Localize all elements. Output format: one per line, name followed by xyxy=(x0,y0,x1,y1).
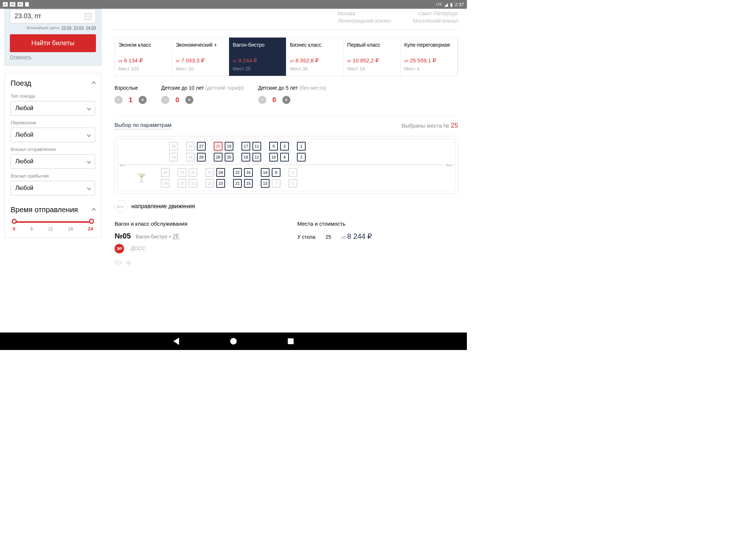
seat[interactable]: 4 xyxy=(280,153,289,162)
seat[interactable]: 1 xyxy=(297,142,306,151)
class-price: от 25 559,1 ₽ xyxy=(404,57,454,64)
slider-handle-min[interactable] xyxy=(12,219,17,224)
seat: 30 xyxy=(205,168,214,177)
passenger-selectors: Взрослые − 1 + Детские до 10 лет (детски… xyxy=(115,85,458,111)
seat[interactable]: 22 xyxy=(233,168,242,177)
seat[interactable]: 3 xyxy=(280,142,289,151)
seat[interactable]: 8 xyxy=(272,168,280,177)
seat[interactable]: 19 xyxy=(225,142,233,151)
seat[interactable]: 27 xyxy=(197,142,206,151)
adults-plus-button[interactable]: + xyxy=(139,96,147,104)
seat-gap xyxy=(236,153,239,162)
seat[interactable]: 17 xyxy=(241,142,250,151)
seat-map-upper: 35332725191711931363428262018121042 xyxy=(117,139,456,165)
seat-position: У стола xyxy=(297,234,315,240)
infants-plus-button[interactable]: + xyxy=(282,96,290,104)
carrier-dropdown[interactable]: Любой xyxy=(11,128,95,142)
seat[interactable]: 21 xyxy=(233,179,242,188)
seat-gap xyxy=(208,142,212,151)
cancel-link[interactable]: Отменить xyxy=(10,54,31,60)
chevron-down-icon xyxy=(87,159,91,163)
seat[interactable]: 25 xyxy=(214,142,222,151)
slider-handle-max[interactable] xyxy=(89,219,94,224)
class-name: Вагон-бистро xyxy=(233,42,282,54)
seat: 40 xyxy=(161,168,170,177)
seats-info-title: Места и стоимость xyxy=(297,221,458,227)
meal-icon: 🍽 xyxy=(115,258,122,267)
class-tab[interactable]: Первый класс от 10 852,2 ₽ Мест 14 xyxy=(344,38,401,76)
filter-label: Перевозчик xyxy=(11,120,95,125)
app-icon: AI xyxy=(10,2,15,7)
seat[interactable]: 13 xyxy=(261,179,270,188)
seat-gap xyxy=(227,179,231,188)
class-tab[interactable]: Эконом класс от 6 134 ₽ Мест 102 xyxy=(115,38,172,76)
seat[interactable]: 9 xyxy=(269,142,278,151)
er-badge: ЭР xyxy=(115,244,124,253)
seat: 7 xyxy=(272,179,280,188)
seat[interactable]: 15 xyxy=(244,179,253,188)
children-plus-button[interactable]: + xyxy=(185,96,193,104)
nav-recent-button[interactable] xyxy=(288,338,294,344)
seat-gap xyxy=(255,168,259,177)
date-link[interactable]: 23.03 xyxy=(74,26,84,30)
search-button[interactable]: Найти билеты xyxy=(10,34,96,52)
from-city: Москва xyxy=(338,10,391,18)
seat[interactable]: 14 xyxy=(261,168,270,177)
seat[interactable]: 2 xyxy=(297,153,306,162)
route-header: Москва Ленинградский вокзал Санкт-Петерб… xyxy=(115,9,458,30)
seat-gap xyxy=(180,153,184,162)
seat[interactable]: 26 xyxy=(214,153,222,162)
params-link[interactable]: Выбор по параметрам xyxy=(115,122,171,129)
filter-train-header[interactable]: Поезд xyxy=(11,79,95,88)
nav-home-button[interactable] xyxy=(230,338,237,345)
car-code[interactable]: 2Е xyxy=(173,233,180,240)
seat[interactable]: 23 xyxy=(216,179,225,188)
seat-map: 35332725191711931363428262018121042 ▶▸▸ … xyxy=(115,136,458,194)
seat[interactable]: 18 xyxy=(241,153,250,162)
seat: 38 xyxy=(178,168,186,177)
nav-back-button[interactable] xyxy=(173,338,179,345)
adults-count: 1 xyxy=(128,96,133,104)
nearby-dates: Ближайшие даты: 22.03, 23.03, 24.03 xyxy=(10,26,96,30)
date-link[interactable]: 22.03 xyxy=(61,26,71,30)
lte-indicator: LTE xyxy=(436,3,442,6)
class-tab[interactable]: Бизнес класс от 8 352,8 ₽ Мест 36 xyxy=(286,38,344,76)
arr-station-dropdown[interactable]: Любой xyxy=(11,181,95,195)
class-tab[interactable]: Экономический + от 7 033,3 ₽ Мест 20 xyxy=(172,38,229,76)
seat[interactable]: 28 xyxy=(197,153,206,162)
children-minus-button[interactable]: − xyxy=(161,96,169,104)
to-city: Санкт-Петербург xyxy=(413,10,458,18)
car-number: №05 xyxy=(115,232,131,240)
seat-gap xyxy=(208,153,212,162)
class-seats: Мест 20 xyxy=(176,66,225,71)
class-tab[interactable]: Купе-переговорная от 25 559,1 ₽ Мест 4 xyxy=(400,38,458,76)
signal-icon: ◢ xyxy=(444,2,448,7)
class-seats: Мест 25 xyxy=(233,66,282,71)
date-input[interactable]: 23.03, пт 23 xyxy=(10,9,96,23)
seat[interactable]: 11 xyxy=(252,142,261,151)
battery-icon: ▮ xyxy=(450,2,453,7)
infants-minus-button[interactable]: − xyxy=(258,96,266,104)
seat-price: 8 244 ₽ xyxy=(347,232,372,240)
class-price: от 7 033,3 ₽ xyxy=(176,57,225,64)
train-type-dropdown[interactable]: Любой xyxy=(11,101,95,116)
sidebar: 23.03, пт 23 Ближайшие даты: 22.03, 23.0… xyxy=(0,9,106,332)
seat[interactable]: 24 xyxy=(216,168,225,177)
seat[interactable]: 12 xyxy=(252,153,261,162)
car-info-title: Вагон и класс обслуживания xyxy=(115,221,275,227)
seat-map-lower: 🍸 403832302422161486393731292321151375 xyxy=(117,165,456,191)
seat-gap xyxy=(283,179,286,188)
date-link[interactable]: 24.03 xyxy=(86,26,96,30)
chevron-down-icon xyxy=(87,133,91,137)
adults-minus-button[interactable]: − xyxy=(115,96,123,104)
class-price: от 6 134 ₽ xyxy=(119,57,168,64)
seat: 39 xyxy=(161,179,170,188)
class-tab[interactable]: Вагон-бистро от 8 244 ₽ Мест 25 xyxy=(229,38,286,76)
seat[interactable]: 16 xyxy=(244,168,253,177)
time-slider[interactable]: 0 6 12 18 24 xyxy=(11,221,95,232)
seat[interactable]: 10 xyxy=(269,153,278,162)
seat-gap xyxy=(227,168,231,177)
filter-departure-time-header[interactable]: Время отправления xyxy=(11,206,95,214)
seat[interactable]: 20 xyxy=(225,153,233,162)
dep-station-dropdown[interactable]: Любой xyxy=(11,154,95,169)
